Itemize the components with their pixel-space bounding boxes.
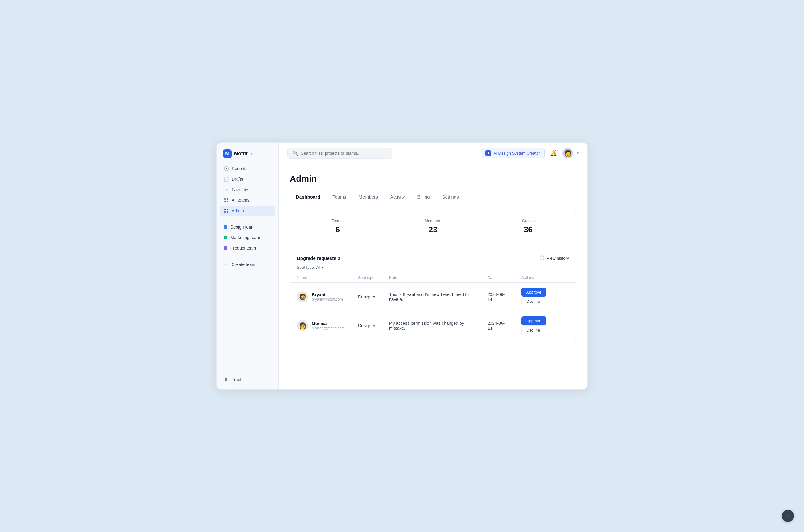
product-team-dot (224, 246, 227, 250)
view-history-label: View history (547, 256, 569, 261)
avatar-image: 🧑 (564, 149, 572, 157)
sidebar-item-marketing-team[interactable]: Marketing team (220, 233, 275, 243)
tab-dashboard[interactable]: Dashboard (290, 191, 326, 203)
approve-button-1[interactable]: Approve (521, 317, 546, 325)
table-row: 👩 Monica monica@motiff.com Designer My a… (290, 311, 576, 340)
ai-badge-icon: ✦ (485, 150, 491, 156)
col-seat-type: Seat type (351, 273, 382, 282)
cell-actions-1: Approve Decline (515, 311, 576, 340)
search-bar[interactable]: 🔍 (287, 148, 393, 159)
ai-badge[interactable]: ✦ AI Design System Creator (481, 148, 544, 158)
sidebar-item-design-team[interactable]: Design team (220, 222, 275, 232)
user-email-1: monica@motiff.com (312, 326, 344, 330)
filter-row: Seat type: All ▾ (290, 264, 576, 273)
filter-chevron-icon: ▾ (322, 265, 324, 270)
stat-members-value: 23 (385, 225, 480, 234)
sidebar-item-label: Admin (232, 208, 244, 213)
search-input[interactable] (301, 151, 387, 156)
create-team-button[interactable]: + Create team (220, 260, 275, 269)
tab-teams[interactable]: Teams (326, 191, 352, 203)
sidebar-item-label: Favorites (232, 187, 250, 192)
sidebar-item-admin[interactable]: Admin (220, 206, 275, 215)
sidebar-item-drafts[interactable]: 📄 Drafts (220, 174, 275, 184)
sidebar-item-label: Product team (230, 246, 256, 250)
cell-name-0: 🧔 Bryant bryant@motiff.com (290, 282, 351, 311)
user-avatar-emoji-0: 🧔 (299, 293, 306, 301)
approve-button-0[interactable]: Approve (521, 288, 546, 297)
stat-members: Members 23 (385, 212, 481, 241)
sidebar-divider-2 (220, 256, 275, 256)
logo[interactable]: M Motiff ▾ (217, 142, 278, 164)
filter-value-button[interactable]: All ▾ (317, 265, 324, 270)
drafts-icon: 📄 (224, 177, 229, 182)
sidebar-item-trash[interactable]: 🗑 Trash (220, 375, 275, 384)
avatar-chevron-icon[interactable]: ▾ (577, 151, 578, 155)
plus-icon: + (224, 262, 229, 267)
admin-icon (224, 208, 229, 213)
cell-seat-type-1: Designer (351, 311, 382, 340)
avatar[interactable]: 🧑 (562, 148, 573, 158)
notification-button[interactable]: 🔔 (548, 148, 559, 158)
decline-button-1[interactable]: Decline (521, 325, 545, 335)
svg-rect-0 (224, 198, 226, 200)
sidebar-item-recents[interactable]: 🕐 Recents (220, 164, 275, 173)
section-title: Upgrade requests 2 (297, 255, 340, 261)
marketing-team-dot (224, 236, 227, 240)
cell-note-0: This is Bryant and I'm new here. I need … (382, 282, 481, 311)
upgrade-requests-section: Upgrade requests 2 🕐 View history Seat t… (290, 250, 576, 340)
topbar-right: ✦ AI Design System Creator 🔔 🧑 ▾ (481, 148, 578, 158)
help-button[interactable]: ? (782, 510, 794, 522)
stats-row: Teams 6 Members 23 Guests 36 (290, 212, 576, 241)
svg-rect-4 (224, 209, 226, 210)
col-actions: Actions (515, 273, 576, 282)
tab-activity[interactable]: Activity (384, 191, 411, 203)
sidebar-item-label: Trash (232, 377, 243, 382)
clock-icon: 🕐 (224, 166, 229, 171)
sidebar-teams-nav: Design team Marketing team Product team (217, 222, 278, 253)
cell-note-1: My access permission was changed by mist… (382, 311, 481, 340)
svg-rect-7 (227, 211, 228, 213)
stat-guests-label: Guests (481, 218, 576, 223)
main-content: 🔍 ✦ AI Design System Creator 🔔 🧑 ▾ (279, 142, 587, 390)
sidebar-item-all-teams[interactable]: All teams (220, 195, 275, 205)
sidebar-actions-nav: + Create team (217, 260, 278, 269)
sidebar-item-label: Marketing team (230, 235, 260, 240)
sidebar-item-label: Drafts (232, 177, 243, 182)
view-history-button[interactable]: 🕐 View history (539, 255, 569, 261)
svg-rect-2 (224, 201, 226, 202)
col-note: Note (382, 273, 481, 282)
tab-billing[interactable]: Billing (411, 191, 436, 203)
cell-name-1: 👩 Monica monica@motiff.com (290, 311, 351, 340)
logo-icon: M (223, 149, 232, 158)
sidebar-item-favorites[interactable]: ☆ Favorites (220, 185, 275, 194)
stat-teams-label: Teams (290, 218, 385, 223)
user-name-0: Bryant (312, 292, 343, 297)
tabs: Dashboard Teams Members Activity Billing… (290, 191, 576, 203)
col-name: Name (290, 273, 351, 282)
logo-name: Motiff (234, 151, 248, 156)
user-avatar-0: 🧔 (297, 291, 308, 303)
tab-members[interactable]: Members (352, 191, 384, 203)
decline-button-0[interactable]: Decline (521, 297, 545, 306)
stat-teams-value: 6 (290, 225, 385, 234)
filter-label: Seat type: (297, 265, 315, 270)
user-avatar-emoji-1: 👩 (299, 322, 306, 329)
topbar: 🔍 ✦ AI Design System Creator 🔔 🧑 ▾ (279, 142, 587, 164)
sidebar-item-label: Recents (232, 166, 247, 171)
user-avatar-1: 👩 (297, 320, 308, 331)
trash-icon: 🗑 (224, 377, 229, 382)
grid-icon (224, 198, 229, 203)
logo-chevron-icon: ▾ (251, 152, 253, 156)
cell-date-1: 2024-06-14 (481, 311, 515, 340)
sidebar: M Motiff ▾ 🕐 Recents 📄 Drafts ☆ Favorite… (217, 142, 279, 390)
svg-rect-6 (224, 211, 226, 213)
tab-settings[interactable]: Settings (436, 191, 465, 203)
page-content: Admin Dashboard Teams Members Activity B… (279, 164, 587, 390)
ai-badge-label: AI Design System Creator (494, 151, 540, 156)
sidebar-item-label: All teams (232, 198, 250, 203)
user-name-1: Monica (312, 321, 344, 326)
sidebar-item-product-team[interactable]: Product team (220, 243, 275, 253)
sidebar-nav: 🕐 Recents 📄 Drafts ☆ Favorites All teams (217, 164, 278, 215)
stat-teams: Teams 6 (290, 212, 385, 241)
table-row: 🧔 Bryant bryant@motiff.com Designer This… (290, 282, 576, 311)
